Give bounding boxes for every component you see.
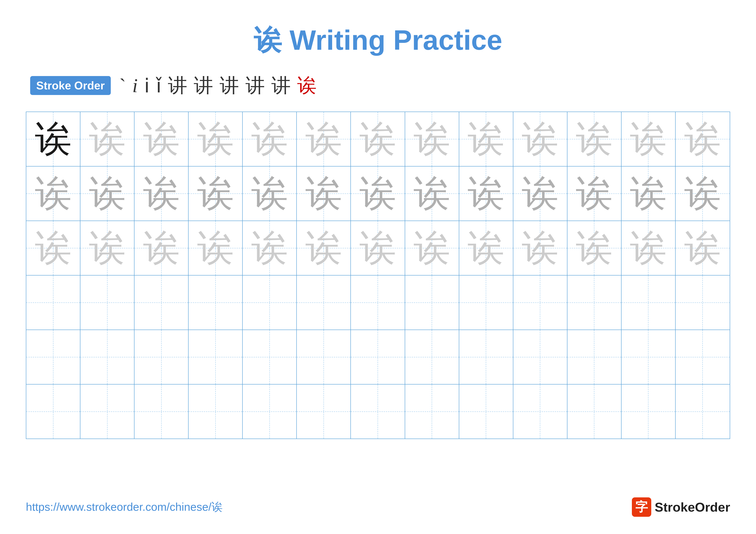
char-light: 诶 bbox=[89, 121, 126, 158]
grid-cell-r5c12[interactable] bbox=[622, 330, 676, 384]
grid-cell-r3c4: 诶 bbox=[189, 221, 243, 275]
stroke-step-9: 讲 bbox=[271, 72, 291, 99]
grid-cell-r5c6[interactable] bbox=[297, 330, 351, 384]
char-light: 诶 bbox=[468, 121, 504, 158]
grid-cell-r3c9: 诶 bbox=[459, 221, 513, 275]
grid-cell-r4c8[interactable] bbox=[405, 275, 459, 330]
grid-cell-r4c6[interactable] bbox=[297, 275, 351, 330]
char-light: 诶 bbox=[522, 121, 558, 158]
grid-cell-r2c13: 诶 bbox=[676, 166, 730, 220]
stroke-step-4: ǐ bbox=[156, 74, 161, 97]
grid-cell-r5c1[interactable] bbox=[26, 330, 80, 384]
grid-cell-r1c13: 诶 bbox=[676, 112, 730, 166]
char-light: 诶 bbox=[251, 121, 288, 158]
stroke-step-10: 诶 bbox=[297, 72, 316, 99]
grid-cell-r3c11: 诶 bbox=[567, 221, 622, 275]
grid-cell-r3c10: 诶 bbox=[513, 221, 567, 275]
logo-icon: 字 bbox=[632, 497, 651, 517]
grid-cell-r1c1: 诶 bbox=[26, 112, 80, 166]
grid-cell-r1c8: 诶 bbox=[405, 112, 459, 166]
footer: https://www.strokeorder.com/chinese/诶 字 … bbox=[26, 497, 730, 517]
stroke-step-3: i̇ bbox=[144, 74, 149, 97]
grid-cell-r3c5: 诶 bbox=[243, 221, 297, 275]
stroke-order-badge: Stroke Order bbox=[30, 76, 111, 95]
grid-cell-r4c9[interactable] bbox=[459, 275, 513, 330]
grid-cell-r6c12[interactable] bbox=[622, 385, 676, 439]
grid-cell-r5c10[interactable] bbox=[513, 330, 567, 384]
grid-cell-r3c13: 诶 bbox=[676, 221, 730, 275]
grid-cell-r6c11[interactable] bbox=[567, 385, 622, 439]
grid-cell-r6c1[interactable] bbox=[26, 385, 80, 439]
grid-cell-r6c8[interactable] bbox=[405, 385, 459, 439]
char-light: 诶 bbox=[143, 121, 180, 158]
grid-cell-r5c7[interactable] bbox=[351, 330, 405, 384]
grid-cell-r6c7[interactable] bbox=[351, 385, 405, 439]
grid-cell-r6c5[interactable] bbox=[243, 385, 297, 439]
grid-cell-r3c8: 诶 bbox=[405, 221, 459, 275]
grid-row-2: 诶 诶 诶 诶 诶 诶 诶 诶 诶 诶 诶 诶 诶 bbox=[26, 166, 730, 221]
grid-cell-r2c12: 诶 bbox=[622, 166, 676, 220]
grid-cell-r5c4[interactable] bbox=[189, 330, 243, 384]
grid-cell-r1c3: 诶 bbox=[134, 112, 189, 166]
grid-cell-r2c9: 诶 bbox=[459, 166, 513, 220]
stroke-sequence: ` i i̇ ǐ 讲 讲 讲 讲 讲 诶 bbox=[120, 72, 316, 99]
grid-cell-r1c10: 诶 bbox=[513, 112, 567, 166]
stroke-order-row: Stroke Order ` i i̇ ǐ 讲 讲 讲 讲 讲 诶 bbox=[30, 72, 730, 99]
grid-cell-r6c10[interactable] bbox=[513, 385, 567, 439]
grid-row-1: 诶 诶 诶 诶 诶 诶 诶 诶 诶 bbox=[26, 112, 730, 166]
grid-cell-r6c2[interactable] bbox=[80, 385, 134, 439]
grid-cell-r2c8: 诶 bbox=[405, 166, 459, 220]
grid-cell-r5c11[interactable] bbox=[567, 330, 622, 384]
grid-cell-r2c1: 诶 bbox=[26, 166, 80, 220]
grid-cell-r3c7: 诶 bbox=[351, 221, 405, 275]
grid-cell-r3c1: 诶 bbox=[26, 221, 80, 275]
grid-cell-r4c1[interactable] bbox=[26, 275, 80, 330]
grid-cell-r6c4[interactable] bbox=[189, 385, 243, 439]
grid-cell-r5c9[interactable] bbox=[459, 330, 513, 384]
grid-cell-r2c6: 诶 bbox=[297, 166, 351, 220]
grid-cell-r5c3[interactable] bbox=[134, 330, 189, 384]
grid-cell-r3c3: 诶 bbox=[134, 221, 189, 275]
grid-cell-r2c5: 诶 bbox=[243, 166, 297, 220]
grid-cell-r3c6: 诶 bbox=[297, 221, 351, 275]
grid-cell-r1c5: 诶 bbox=[243, 112, 297, 166]
grid-cell-r2c2: 诶 bbox=[80, 166, 134, 220]
grid-row-5[interactable] bbox=[26, 330, 730, 385]
grid-cell-r4c3[interactable] bbox=[134, 275, 189, 330]
char-solid: 诶 bbox=[35, 121, 71, 158]
grid-cell-r5c13[interactable] bbox=[676, 330, 730, 384]
footer-logo: 字 StrokeOrder bbox=[632, 497, 730, 517]
grid-cell-r4c4[interactable] bbox=[189, 275, 243, 330]
grid-cell-r6c6[interactable] bbox=[297, 385, 351, 439]
grid-cell-r4c5[interactable] bbox=[243, 275, 297, 330]
grid-cell-r1c11: 诶 bbox=[567, 112, 622, 166]
grid-cell-r6c9[interactable] bbox=[459, 385, 513, 439]
footer-url[interactable]: https://www.strokeorder.com/chinese/诶 bbox=[26, 499, 223, 515]
grid-cell-r4c11[interactable] bbox=[567, 275, 622, 330]
grid-cell-r5c8[interactable] bbox=[405, 330, 459, 384]
grid-row-6[interactable] bbox=[26, 385, 730, 439]
char-light: 诶 bbox=[630, 121, 666, 158]
grid-cell-r4c2[interactable] bbox=[80, 275, 134, 330]
char-light: 诶 bbox=[576, 121, 612, 158]
grid-row-4[interactable] bbox=[26, 275, 730, 330]
stroke-step-5: 讲 bbox=[168, 72, 187, 99]
grid-cell-r5c2[interactable] bbox=[80, 330, 134, 384]
grid-cell-r4c10[interactable] bbox=[513, 275, 567, 330]
grid-cell-r4c7[interactable] bbox=[351, 275, 405, 330]
grid-cell-r3c2: 诶 bbox=[80, 221, 134, 275]
char-light: 诶 bbox=[414, 121, 450, 158]
grid-cell-r5c5[interactable] bbox=[243, 330, 297, 384]
stroke-step-1: ` bbox=[120, 75, 126, 97]
grid-cell-r2c3: 诶 bbox=[134, 166, 189, 220]
grid-cell-r1c7: 诶 bbox=[351, 112, 405, 166]
page-title: 诶 Writing Practice bbox=[26, 21, 730, 60]
grid-cell-r6c13[interactable] bbox=[676, 385, 730, 439]
grid-cell-r4c13[interactable] bbox=[676, 275, 730, 330]
grid-cell-r2c7: 诶 bbox=[351, 166, 405, 220]
grid-cell-r6c3[interactable] bbox=[134, 385, 189, 439]
char-light: 诶 bbox=[305, 121, 342, 158]
stroke-step-7: 讲 bbox=[220, 72, 239, 99]
grid-cell-r4c12[interactable] bbox=[622, 275, 676, 330]
grid-cell-r2c4: 诶 bbox=[189, 166, 243, 220]
